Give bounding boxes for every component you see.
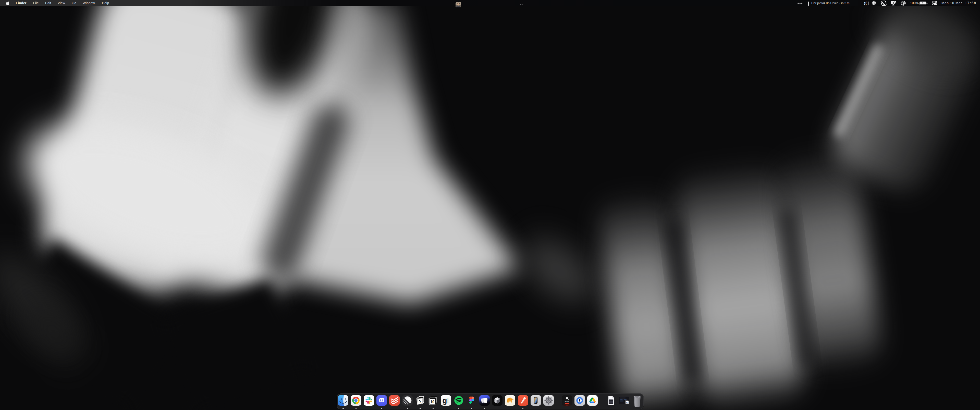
svg-text:10: 10 [430, 399, 434, 404]
svg-text:11: 11 [626, 402, 628, 404]
svg-text:g: g [442, 396, 447, 405]
svg-text:N: N [418, 399, 422, 404]
svg-text:raycast: raycast [565, 401, 569, 403]
